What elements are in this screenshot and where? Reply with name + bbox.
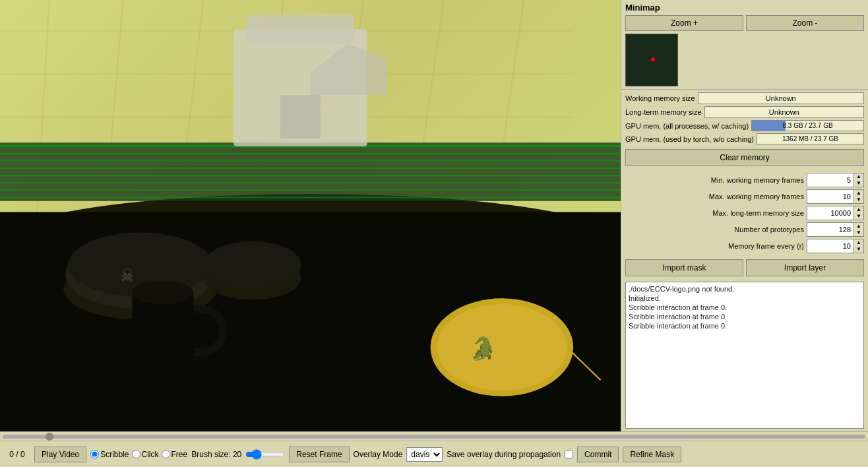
- log-line-5: Scribble interaction at frame 0.: [629, 322, 861, 330]
- num-proto-spin-down[interactable]: ▼: [854, 230, 863, 236]
- scribble-label: Scribble: [100, 450, 129, 459]
- import-row: Import mask Import layer: [621, 257, 868, 279]
- num-proto-label: Number of prototypes: [625, 226, 804, 233]
- working-memory-row: Working memory size Unknown: [625, 92, 864, 104]
- max-longterm-label: Max. long-term memory size: [625, 209, 804, 217]
- mem-frame-spinner: ▲ ▼: [853, 239, 863, 253]
- frame-counter: 0 / 0: [4, 450, 30, 459]
- zoom-plus-button[interactable]: Zoom +: [625, 15, 743, 31]
- longterm-memory-row: Long-term memory size Unknown: [625, 106, 864, 118]
- min-working-row: Min. working memory frames ▲ ▼: [625, 173, 864, 187]
- brush-size-label: Brush size: 20: [191, 450, 241, 459]
- log-line-2: Initialized.: [629, 294, 861, 302]
- svg-text:☠: ☠: [120, 266, 134, 285]
- right-panel: Minimap Zoom + Zoom - Working memory siz…: [621, 0, 868, 431]
- max-longterm-input-wrap: ▲ ▼: [807, 206, 864, 220]
- num-proto-spin-up[interactable]: ▲: [854, 223, 863, 230]
- params-section: Min. working memory frames ▲ ▼ Max. work…: [621, 171, 868, 257]
- gpu-all-value: 8.3 GB / 23.7 GB: [751, 120, 864, 131]
- num-proto-input[interactable]: [807, 224, 853, 235]
- import-mask-button[interactable]: Import mask: [625, 259, 743, 276]
- save-overlay-label: Save overlay during propagation: [447, 450, 561, 459]
- mem-frame-spin-down[interactable]: ▼: [854, 246, 863, 253]
- working-memory-label: Working memory size: [625, 94, 695, 102]
- working-memory-value: Unknown: [698, 92, 864, 104]
- min-working-spinner: ▲ ▼: [853, 173, 863, 187]
- mem-frame-row: Memory frame every (r) ▲ ▼: [625, 239, 864, 253]
- longterm-memory-value: Unknown: [704, 106, 864, 118]
- mem-frame-label: Memory frame every (r): [625, 242, 804, 250]
- clear-memory-button[interactable]: Clear memory: [625, 149, 864, 166]
- longterm-memory-label: Long-term memory size: [625, 108, 702, 116]
- log-line-1: ./docs/ECCV-logo.png not found.: [629, 285, 861, 293]
- svg-text:🐊: 🐊: [470, 335, 495, 361]
- max-working-row: Max. working memory frames ▲ ▼: [625, 189, 864, 204]
- svg-rect-34: [280, 95, 321, 139]
- minimap-title: Minimap: [625, 3, 864, 13]
- max-longterm-spin-down[interactable]: ▼: [854, 213, 863, 220]
- timeline-slider[interactable]: [3, 435, 865, 439]
- video-panel: ☠ 🐊: [0, 0, 621, 431]
- gpu-torch-value: 1362 MB / 23.7 GB: [757, 133, 864, 144]
- mem-frame-spin-up[interactable]: ▲: [854, 239, 863, 246]
- overlay-mode-select[interactable]: davis: [406, 447, 443, 462]
- num-proto-spinner: ▲ ▼: [853, 223, 863, 236]
- free-label: Free: [171, 450, 188, 459]
- max-working-spin-down[interactable]: ▼: [854, 197, 863, 203]
- num-proto-input-wrap: ▲ ▼: [807, 222, 864, 237]
- reset-frame-button[interactable]: Reset Frame: [289, 447, 349, 462]
- import-layer-button[interactable]: Import layer: [746, 259, 864, 276]
- scribble-radio[interactable]: [90, 450, 99, 458]
- minimap-image: [625, 34, 678, 86]
- min-working-spin-down[interactable]: ▼: [854, 180, 863, 187]
- min-working-input-wrap: ▲ ▼: [807, 173, 864, 187]
- max-longterm-spinner: ▲ ▼: [853, 206, 863, 220]
- click-radio-label[interactable]: Click: [132, 450, 159, 459]
- memory-section: Working memory size Unknown Long-term me…: [621, 90, 868, 171]
- minimap-dot: [651, 57, 655, 61]
- log-line-3: Scribble interaction at frame 0.: [629, 303, 861, 311]
- gpu-torch-label: GPU mem. (used by torch, w/o caching): [625, 135, 754, 143]
- free-radio[interactable]: [162, 450, 170, 458]
- svg-rect-44: [132, 292, 193, 376]
- max-longterm-spin-up[interactable]: ▲: [854, 206, 863, 213]
- svg-rect-12: [0, 142, 621, 201]
- click-radio[interactable]: [132, 450, 140, 458]
- scribble-radio-label[interactable]: Scribble: [90, 450, 129, 459]
- refine-mask-button[interactable]: Refine Mask: [623, 447, 681, 462]
- num-proto-row: Number of prototypes ▲ ▼: [625, 222, 864, 237]
- zoom-buttons: Zoom + Zoom -: [625, 15, 864, 31]
- max-working-label: Max. working memory frames: [625, 193, 804, 201]
- svg-point-45: [132, 281, 193, 304]
- min-working-label: Min. working memory frames: [625, 176, 804, 184]
- log-section: ./docs/ECCV-logo.png not found. Initiali…: [625, 282, 864, 429]
- minimap-section: Minimap Zoom + Zoom -: [621, 0, 868, 90]
- gpu-all-row: GPU mem. (all processes, w/ caching) 8.3…: [625, 120, 864, 131]
- free-radio-label[interactable]: Free: [162, 450, 188, 459]
- min-working-spin-up[interactable]: ▲: [854, 173, 863, 180]
- mem-frame-input-wrap: ▲ ▼: [807, 239, 864, 253]
- max-longterm-row: Max. long-term memory size ▲ ▼: [625, 206, 864, 220]
- brush-size-slider[interactable]: [245, 449, 285, 460]
- horizontal-scrollbar[interactable]: [0, 431, 868, 441]
- max-longterm-input[interactable]: [807, 208, 853, 218]
- max-working-input[interactable]: [807, 191, 853, 202]
- zoom-minus-button[interactable]: Zoom -: [746, 15, 864, 31]
- max-working-spinner: ▲ ▼: [853, 190, 863, 203]
- play-video-button[interactable]: Play Video: [34, 447, 86, 462]
- click-label: Click: [142, 450, 159, 459]
- svg-rect-33: [247, 15, 354, 44]
- save-overlay-checkbox[interactable]: [565, 450, 573, 458]
- max-working-spin-up[interactable]: ▲: [854, 190, 863, 197]
- max-working-input-wrap: ▲ ▼: [807, 189, 864, 204]
- log-line-4: Scribble interaction at frame 0.: [629, 313, 861, 321]
- gpu-all-label: GPU mem. (all processes, w/ caching): [625, 122, 749, 130]
- svg-point-43: [204, 241, 301, 288]
- commit-button[interactable]: Commit: [577, 447, 619, 462]
- svg-point-47: [437, 304, 567, 390]
- mem-frame-input[interactable]: [807, 241, 853, 251]
- min-working-input[interactable]: [807, 175, 853, 185]
- gpu-torch-row: GPU mem. (used by torch, w/o caching) 13…: [625, 133, 864, 144]
- interaction-mode-group: Scribble Click Free: [90, 450, 187, 459]
- bottom-bar: 0 / 0 Play Video Scribble Click Free Bru…: [0, 441, 868, 467]
